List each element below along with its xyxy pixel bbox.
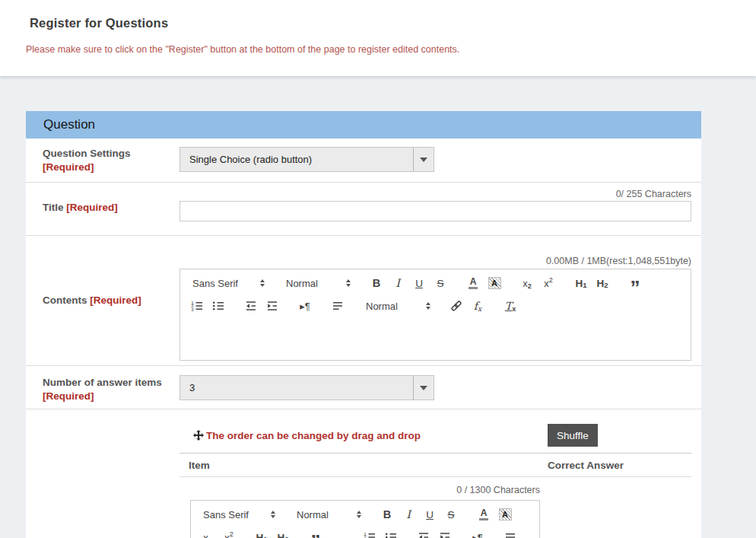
- toolbar-format-group: H1H2: [570, 274, 613, 292]
- shuffle-button[interactable]: Shuffle: [548, 424, 598, 447]
- page-header: Register for Questions Please make sure …: [0, 0, 756, 76]
- question-type-select[interactable]: Single Choice (radio button): [179, 147, 434, 172]
- toolbar-format-group: x2x2: [516, 274, 559, 292]
- text-color-button[interactable]: A: [473, 505, 494, 524]
- toolbar-format-group: H1H2: [251, 528, 294, 538]
- clean-format-button[interactable]: Tx: [500, 297, 521, 315]
- required-badge: [Required]: [43, 161, 94, 173]
- drag-note-text: The order can be changed by drag and dro…: [206, 430, 421, 441]
- heading1-button[interactable]: H1: [251, 528, 272, 538]
- heading1-button[interactable]: H1: [570, 274, 592, 292]
- link-button[interactable]: [446, 297, 467, 315]
- move-icon[interactable]: [193, 430, 204, 441]
- bold-button[interactable]: B: [376, 505, 398, 524]
- toolbar-format-group: Normal: [360, 297, 434, 315]
- direction-button[interactable]: ▸¶: [467, 528, 488, 538]
- toolbar-format-group: x2x2: [197, 528, 240, 538]
- picker-arrows-icon: [357, 511, 361, 518]
- question-settings-label: Question Settings [Required]: [43, 147, 172, 174]
- chevron-down-icon[interactable]: [413, 148, 434, 171]
- toolbar-format-group: AA: [473, 505, 516, 524]
- title-counter: 0/ 255 Characters: [616, 189, 691, 199]
- direction-button[interactable]: ▸¶: [294, 297, 316, 315]
- superscript-button[interactable]: x2: [218, 528, 240, 538]
- bold-button[interactable]: B: [366, 274, 387, 292]
- code-block-button[interactable]: [326, 528, 348, 538]
- underline-button[interactable]: U: [419, 505, 440, 524]
- subscript-button[interactable]: x2: [516, 274, 538, 292]
- strikethrough-button[interactable]: S: [440, 505, 462, 524]
- item-column-header: Item: [189, 460, 210, 471]
- subscript-button[interactable]: x2: [197, 528, 218, 538]
- correct-answer-column-header: Correct Answer: [548, 460, 624, 471]
- bullet-list-button[interactable]: [208, 297, 229, 315]
- italic-button[interactable]: I: [387, 274, 408, 292]
- question-card: Question Question Settings [Required] Si…: [26, 111, 701, 538]
- contents-size-counter: 0.00MB / 1MB(rest:1,048,551byte): [546, 256, 691, 266]
- toolbar-format-group: BIUS: [366, 274, 451, 292]
- answer-count-value: 3: [180, 382, 413, 393]
- size-picker[interactable]: Normal: [360, 297, 434, 315]
- question-type-value: Single Choice (radio button): [180, 154, 413, 165]
- format-picker[interactable]: Normal: [280, 274, 354, 292]
- toolbar-format-group: Normal: [280, 274, 354, 292]
- ordered-list-button[interactable]: 123: [186, 297, 208, 315]
- toolbar-format-group: Sans Serif: [186, 274, 268, 292]
- answers-area: The order can be changed by drag and dro…: [26, 409, 701, 538]
- picker-arrows-icon: [271, 511, 275, 518]
- toolbar-format-group: fx: [446, 297, 488, 315]
- picker-arrows-icon: [426, 302, 430, 310]
- drag-note-line: The order can be changed by drag and dro…: [193, 425, 421, 445]
- underline-button[interactable]: U: [408, 274, 430, 292]
- code-block-button[interactable]: [646, 274, 667, 292]
- toolbar-format-group: [413, 528, 456, 538]
- toolbar-format-group: [327, 297, 348, 315]
- section-header: Question: [26, 111, 701, 138]
- text-color-button[interactable]: A: [462, 274, 484, 292]
- register-notice: Please make sure to click on the "Regist…: [26, 44, 459, 55]
- blockquote-button[interactable]: ”: [305, 528, 326, 538]
- heading2-button[interactable]: H2: [592, 274, 613, 292]
- blockquote-button[interactable]: ”: [624, 274, 646, 292]
- align-button[interactable]: [327, 297, 348, 315]
- chevron-down-icon[interactable]: [413, 376, 434, 400]
- ordered-list-button[interactable]: 123: [359, 528, 380, 538]
- title-row: 0/ 255 Characters Title [Required]: [26, 183, 701, 236]
- indent-button[interactable]: [434, 528, 456, 538]
- outdent-button[interactable]: [240, 297, 262, 315]
- toolbar-format-group: ▸¶: [294, 297, 316, 315]
- formula-button[interactable]: fx: [467, 297, 488, 315]
- strikethrough-button[interactable]: S: [430, 274, 451, 292]
- indent-button[interactable]: [262, 297, 283, 315]
- toolbar-format-group: [500, 528, 521, 538]
- answer-count-select[interactable]: 3: [179, 375, 434, 400]
- toolbar-format-group: ▸¶: [467, 528, 488, 538]
- highlight-color-button[interactable]: A: [494, 505, 516, 524]
- font-picker[interactable]: Sans Serif: [197, 505, 279, 524]
- font-picker[interactable]: Sans Serif: [186, 274, 268, 292]
- heading2-button[interactable]: H2: [272, 528, 294, 538]
- contents-row: 0.00MB / 1MB(rest:1,048,551byte) Content…: [26, 236, 701, 366]
- toolbar-format-group: AA: [462, 274, 505, 292]
- align-button[interactable]: [500, 528, 521, 538]
- italic-button[interactable]: I: [398, 505, 419, 524]
- format-picker[interactable]: Normal: [291, 505, 365, 524]
- contents-editor-area[interactable]: [179, 319, 691, 361]
- title-input[interactable]: [179, 201, 691, 221]
- item-counter: 0 / 1300 Characters: [179, 485, 540, 495]
- superscript-button[interactable]: x2: [538, 274, 559, 292]
- outdent-button[interactable]: [413, 528, 434, 538]
- toolbar-format-group: Sans Serif: [197, 505, 279, 524]
- contents-label: Contents [Required]: [43, 294, 176, 307]
- toolbar-format-group: 123: [186, 297, 229, 315]
- answers-table-header: Item Correct Answer: [179, 453, 691, 477]
- answer-count-label: Number of answer items [Required]: [43, 376, 164, 403]
- toolbar-format-group: ”: [624, 274, 667, 292]
- toolbar-format-group: ”: [305, 528, 348, 538]
- bullet-list-button[interactable]: [380, 528, 402, 538]
- toolbar-format-group: BIUS: [376, 505, 462, 524]
- picker-arrows-icon: [346, 279, 351, 287]
- highlight-color-button[interactable]: A: [484, 274, 505, 292]
- title-label: Title [Required]: [43, 201, 176, 215]
- required-badge: [Required]: [90, 294, 141, 306]
